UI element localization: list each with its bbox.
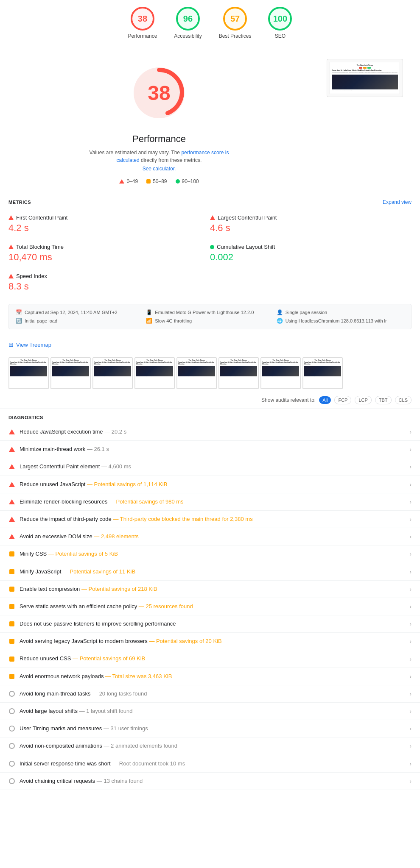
audit-text: Avoid chaining critical requests — 13 ch… [20,777,143,785]
metrics-header: METRICS Expand view [0,193,420,209]
audit-item[interactable]: Largest Contentful Paint element — 4,600… [0,458,420,476]
score-item-seo[interactable]: 100 SEO [268,7,292,39]
audit-item[interactable]: Initial server response time was short —… [0,755,420,773]
audit-item[interactable]: Minimize main-thread work — 26.1 s › [0,441,420,458]
audit-detail: — Potential savings of 218 KiB [81,586,157,592]
audit-item[interactable]: User Timing marks and measures — 31 user… [0,720,420,737]
audit-item[interactable]: Avoid an excessive DOM size — 2,498 elem… [0,528,420,545]
thumbnail-5[interactable]: The New York TimesTrump Says He Had a Gr… [218,357,259,389]
info-device: 📱 Emulated Moto G Power with Lighthouse … [146,309,274,315]
thumbnail-0[interactable]: The New York TimesTrump Says He Had a Gr… [8,357,49,389]
thumbnail-1[interactable]: The New York TimesTrump Says He Had a Gr… [50,357,91,389]
score-item-performance[interactable]: 38 Performance [128,7,157,39]
metric-fcp: First Contentful Paint 4.2 s [8,209,210,239]
filter-fcp[interactable]: FCP [334,396,351,404]
expand-view-button[interactable]: Expand view [383,199,412,205]
audit-item[interactable]: Eliminate render-blocking resources — Po… [0,493,420,511]
audit-left: Avoid chaining critical requests — 13 ch… [8,777,406,785]
metric-si-name: Speed Index [8,273,210,279]
audit-triangle-icon [9,482,15,487]
audit-icon [8,743,15,749]
score-label-performance: Performance [128,33,157,39]
audit-item[interactable]: Reduce the impact of third-party code — … [0,511,420,528]
audit-square-icon [9,674,14,679]
score-circle-best-practices: 57 [223,7,247,31]
score-label-best-practices: Best Practices [219,33,252,39]
user-icon: 👤 [277,309,283,315]
info-browser: 🌐 Using HeadlessChromium 128.0.6613.113 … [277,318,404,324]
audit-item[interactable]: Minify CSS — Potential savings of 5 KiB … [0,545,420,563]
audit-item[interactable]: Avoid long main-thread tasks — 20 long t… [0,685,420,703]
treemap-link[interactable]: ⊞ View Treemap [8,341,412,348]
audit-left: Eliminate render-blocking resources — Po… [8,498,406,506]
audit-item[interactable]: Avoid serving legacy JavaScript to moder… [0,633,420,650]
filter-label: Show audits relevant to: [261,397,316,403]
filter-cls[interactable]: CLS [395,396,412,404]
metric-cls-icon [210,245,214,249]
audit-left: Avoid long main-thread tasks — 20 long t… [8,690,406,698]
audit-circle-icon [9,761,15,767]
audit-left: User Timing marks and measures — 31 user… [8,725,406,732]
chevron-down-icon: › [409,760,412,767]
audit-circle-icon [9,708,15,714]
audit-left: Reduce unused JavaScript — Potential sav… [8,481,406,488]
metric-lcp-value: 4.6 s [210,223,412,234]
thumbnail-7[interactable]: The New York TimesTrump Says He Had a Gr… [302,357,343,389]
audit-detail: — 1 layout shift found [79,708,133,714]
audit-triangle-icon [9,447,15,452]
filter-all[interactable]: All [319,396,331,404]
audit-square-icon [9,604,14,609]
audit-item[interactable]: Enable text compression — Potential savi… [0,581,420,598]
audit-item[interactable]: Avoid large layout shifts — 1 layout shi… [0,703,420,720]
calendar-icon: 📅 [16,309,22,315]
audit-detail: — 2,498 elements [94,533,139,540]
thumbnail-2[interactable]: The New York TimesTrump Says He Had a Gr… [92,357,133,389]
audit-item[interactable]: Reduce unused CSS — Potential savings of… [0,650,420,668]
audit-item[interactable]: Avoid enormous network payloads — Total … [0,668,420,685]
audit-item[interactable]: Minify JavaScript — Potential savings of… [0,563,420,581]
audit-circle-icon [9,743,15,749]
metric-fcp-icon [8,215,14,220]
treemap-section: ⊞ View Treemap [0,336,420,353]
audit-item[interactable]: Reduce unused JavaScript — Potential sav… [0,476,420,493]
score-circle-seo: 100 [268,7,292,31]
metric-tbt-icon [8,245,14,249]
metric-cls-name: Cumulative Layout Shift [210,244,412,250]
thumbnail-3[interactable]: The New York TimesTrump Says He Had a Gr… [134,357,175,389]
audit-item[interactable]: Reduce JavaScript execution time — 20.2 … [0,423,420,441]
audit-text: Avoid enormous network payloads — Total … [20,673,172,680]
audit-text: Minify JavaScript — Potential savings of… [20,568,135,576]
audit-item[interactable]: Does not use passive listeners to improv… [0,615,420,633]
audit-icon [8,586,15,593]
audit-square-icon [9,587,14,592]
score-item-accessibility[interactable]: 96 Accessibility [174,7,202,39]
metric-lcp-icon [210,215,215,220]
audit-text: Minify CSS — Potential savings of 5 KiB [20,550,118,558]
metric-fcp-value: 4.2 s [8,223,210,234]
chevron-down-icon: › [409,481,412,488]
audit-square-icon [9,657,14,662]
filter-lcp[interactable]: LCP [355,396,371,404]
thumbnail-4[interactable]: The New York TimesTrump Says He Had a Gr… [176,357,217,389]
chevron-down-icon: › [409,725,412,732]
audit-item[interactable]: Avoid non-composited animations — 2 anim… [0,737,420,755]
audit-icon [8,656,15,662]
info-session: 👤 Single page session [277,309,404,315]
score-item-best-practices[interactable]: 57 Best Practices [219,7,252,39]
thumbnail-6[interactable]: The New York TimesTrump Says He Had a Gr… [260,357,301,389]
thumbnails-row: The New York TimesTrump Says He Had a Gr… [0,353,420,393]
audit-detail: — Potential savings of 11 KiB [63,568,135,575]
nyt-photo [332,75,398,89]
audit-item[interactable]: Avoid chaining critical requests — 13 ch… [0,773,420,790]
performance-description: Values are estimated and may vary. The p… [87,149,231,172]
metric-si-value: 8.3 s [8,281,210,292]
audit-left: Minify CSS — Potential savings of 5 KiB [8,550,406,558]
audit-detail: — Total size was 3,463 KiB [105,673,172,679]
info-bar: 📅 Captured at Sep 12, 2024, 11:40 AM GMT… [8,304,412,329]
audit-left: Reduce JavaScript execution time — 20.2 … [8,428,406,436]
filter-tbt[interactable]: TBT [375,396,392,404]
see-calculator-link[interactable]: See calculator. [87,165,231,172]
chevron-down-icon: › [409,673,412,680]
metric-cls: Cumulative Layout Shift 0.002 [210,239,412,268]
audit-item[interactable]: Serve static assets with an efficient ca… [0,598,420,615]
